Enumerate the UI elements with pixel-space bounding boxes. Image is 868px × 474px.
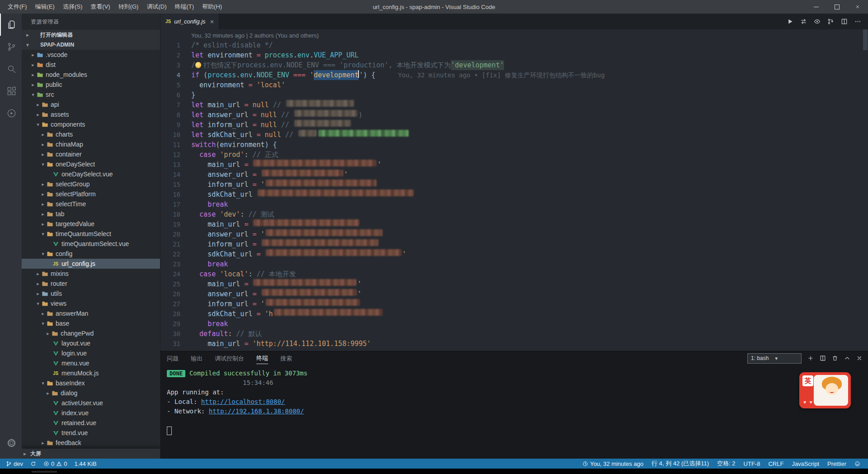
tree-item[interactable]: ▸utils [22,289,160,299]
tree-item[interactable]: timeQuantumSelect.vue [22,239,160,249]
explorer-icon[interactable] [0,14,22,36]
menubar-item[interactable]: 文件(F) [4,0,31,14]
menubar-item[interactable]: 编辑(E) [31,0,59,14]
panel-tab-调试控制台[interactable]: 调试控制台 [215,353,244,364]
tree-item[interactable]: ▸charts [22,129,160,139]
tree-item[interactable]: ▸assets [22,109,160,119]
tree-item[interactable]: ▸dialog [22,388,160,398]
tree-item[interactable]: ▸node_modules [22,70,160,80]
maximize-button[interactable] [826,0,847,14]
terminal-link[interactable]: http://192.168.1.38:8080/ [209,408,304,415]
tree-item[interactable]: ▸tab [22,209,160,219]
status-eol[interactable]: CRLF [766,460,786,467]
menubar-item[interactable]: 查看(V) [86,0,114,14]
tree-section[interactable]: ▸打开的编辑器 [22,30,160,40]
lightbulb-icon[interactable] [195,62,201,68]
run-code-icon[interactable] [783,14,797,29]
status-file-size[interactable]: 1.44 KiB [72,460,99,467]
compare-changes-icon[interactable] [797,14,810,29]
gitlens-icon[interactable] [824,14,837,29]
kill-terminal-icon[interactable] [832,355,838,361]
split-terminal-icon[interactable] [820,355,826,361]
split-editor-icon[interactable] [837,14,851,29]
code-line[interactable]: 30 default: // 默认 [160,329,868,339]
status-indentation[interactable]: 空格: 2 [715,460,737,468]
tree-item[interactable]: login.vue [22,348,160,358]
close-button[interactable] [847,0,868,14]
tree-item[interactable]: ▸chinaMap [22,139,160,149]
tree-item[interactable]: ▾src [22,90,160,100]
code-line[interactable]: 4if (process.env.NODE_ENV === 'developme… [160,70,868,80]
tree-item[interactable]: ▸changePwd [22,328,160,338]
code-line[interactable]: 2let environment = process.env.VUE_APP_U… [160,50,868,60]
status-sync[interactable] [28,461,38,467]
code-line[interactable]: 9let inform_url = null // [160,120,868,130]
tree-item[interactable]: ▾config [22,249,160,259]
tree-item[interactable]: activeUser.vue [22,398,160,408]
maximize-panel-icon[interactable] [844,355,850,361]
menubar-item[interactable]: 转到(G) [114,0,143,14]
new-terminal-icon[interactable] [807,355,814,361]
tree-item[interactable]: menu.vue [22,358,160,368]
tree-item[interactable]: ▾base [22,318,160,328]
code-line[interactable]: 17 break [160,199,868,209]
panel-tab-问题[interactable]: 问题 [167,353,179,364]
status-git-branch[interactable]: dev [4,460,25,467]
settings-gear-icon[interactable] [0,432,22,454]
status-gitlens-current-line[interactable]: You, 32 minutes ago [580,460,646,467]
tree-item[interactable]: ▾timeQuantumSelect [22,229,160,239]
scrollbar-thumb[interactable] [863,29,868,50]
code-line[interactable]: 25 main_url = ' [160,279,868,289]
tab-close-icon[interactable]: × [210,18,214,25]
tree-item[interactable]: ▸api [22,100,160,109]
tree-item[interactable]: ▸container [22,149,160,159]
code-line[interactable]: 23 break [160,259,868,269]
status-cursor-position[interactable]: 行 4, 列 42 (已选择11) [649,460,711,468]
tree-item[interactable]: retained.vue [22,418,160,428]
code-line[interactable]: 22 sdkChat_url = ' [160,249,868,259]
code-line[interactable]: 15 inform_url = ' [160,180,868,190]
code-line[interactable]: 14 answer_url = ' [160,170,868,180]
code-line[interactable]: 11switch(environment) { [160,140,868,150]
tree-item[interactable]: ▸answerMan [22,308,160,318]
code-line[interactable]: 21 inform_url = [160,239,868,249]
code-line[interactable]: 12 case 'prod': // 正式 [160,150,868,160]
menubar-item[interactable]: 选择(S) [59,0,86,14]
menubar-item[interactable]: 调试(D) [142,0,170,14]
tree-item[interactable]: ▾components [22,119,160,129]
more-actions-icon[interactable] [851,14,864,29]
menubar-item[interactable]: 帮助(H) [198,0,226,14]
tree-item[interactable]: ▸feedback [22,438,160,448]
code-line[interactable]: 10let sdkChat_url = null // [160,130,868,140]
status-problems[interactable]: 00 [41,460,69,467]
status-language[interactable]: JavaScript [789,460,821,467]
status-feedback[interactable] [852,461,863,467]
code-line[interactable]: 3// 打包情况下process.env.NODE_ENV === 'produ… [160,60,868,70]
tree-item[interactable]: ▸targetedValue [22,219,160,229]
debug-icon[interactable] [0,102,22,124]
terminal-link[interactable]: http://localhost:8080/ [201,398,285,405]
tree-item[interactable]: ▸dist [22,60,160,70]
code-line[interactable]: 16 sdkChat_url [160,190,868,199]
tree-item[interactable]: ▸selectTime [22,199,160,209]
tab-url-config[interactable]: JS url_config.js × [160,14,219,29]
tree-item[interactable]: ▾baseIndex [22,378,160,388]
tree-item[interactable]: JSurl_config.js [22,259,160,269]
tree-item[interactable]: index.vue [22,408,160,418]
code-line[interactable]: 7let main_url = null // [160,100,868,110]
source-control-icon[interactable] [0,36,22,58]
code-line[interactable]: 24 case 'local': // 本地开发 [160,269,868,279]
tree-section[interactable]: ▾SPAP-ADMIN [22,40,160,50]
code-line[interactable]: 19 main_url = [160,219,868,229]
tree-item[interactable]: ▸mixins [22,269,160,279]
code-line[interactable]: 8let answer_url = null // ) [160,110,868,120]
minimize-button[interactable] [806,0,826,14]
panel-tab-输出[interactable]: 输出 [191,353,203,364]
tree-item[interactable]: ▸router [22,279,160,289]
code-line[interactable]: 29 break [160,319,868,329]
tree-item[interactable]: trend.vue [22,428,160,438]
tree-item[interactable]: ▸selectPlatform [22,189,160,199]
panel-tab-终端[interactable]: 终端 [256,352,268,364]
close-panel-icon[interactable] [856,355,863,361]
code-line[interactable]: 20 answer_url = ' [160,229,868,239]
